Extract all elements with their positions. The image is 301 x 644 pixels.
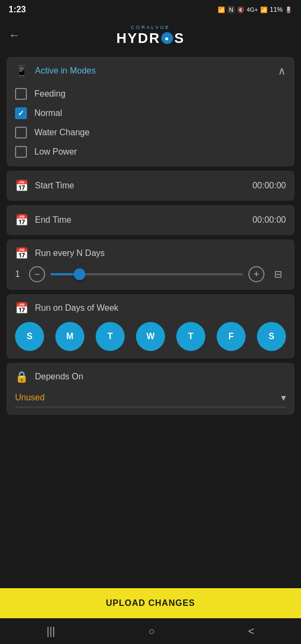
slider-thumb[interactable]: [74, 268, 85, 280]
logo-top: CORALVUE: [131, 25, 170, 30]
nav-back[interactable]: <: [248, 625, 255, 638]
day-friday[interactable]: F: [217, 322, 246, 351]
slider-track: [51, 273, 243, 275]
start-time-label: Start Time: [35, 181, 246, 191]
nav-bar: ||| ○ <: [0, 618, 301, 644]
back-button[interactable]: ←: [9, 28, 20, 42]
modes-list: Feeding Normal Water Change Low Power: [6, 85, 295, 166]
run-week-card: 📅 Run on Days of Week S M T W T F S: [6, 294, 295, 358]
depends-on-select[interactable]: Unused ▾: [15, 389, 286, 407]
checkbox-feeding[interactable]: [15, 88, 27, 100]
upload-button-label: UPLOAD CHANGES: [106, 598, 195, 608]
nav-recent-apps[interactable]: |||: [47, 625, 55, 638]
status-icons: 📶 N 🔇 4G+ 📶 11% 🪫: [218, 6, 292, 13]
day-tuesday[interactable]: T: [96, 322, 125, 351]
active-modes-header: 📱 Active in Modes ∧: [6, 57, 295, 85]
active-modes-card: 📱 Active in Modes ∧ Feeding Normal Water…: [6, 57, 295, 166]
mode-feeding[interactable]: Feeding: [15, 88, 286, 100]
mode-lowpower-label: Low Power: [34, 147, 77, 157]
depends-on-icon: 🔒: [15, 370, 28, 383]
battery-text: 11%: [270, 6, 283, 13]
day-sunday[interactable]: S: [15, 322, 44, 351]
dropdown-arrow-icon: ▾: [281, 392, 286, 404]
collapse-icon[interactable]: ∧: [278, 64, 286, 77]
mode-waterchange-label: Water Change: [34, 128, 90, 137]
depends-on-header: 🔒 Depends On: [15, 370, 286, 383]
modes-title: Active in Modes: [35, 66, 271, 76]
n-icon: N: [227, 6, 235, 13]
checkbox-normal[interactable]: [15, 107, 27, 119]
app-header: ← CORALVUE HYDR ● S: [0, 19, 301, 52]
run-n-days-header: 📅 Run every N Days: [15, 247, 286, 260]
depends-on-label: Depends On: [35, 372, 83, 382]
checkbox-lowpower[interactable]: [15, 146, 27, 158]
start-time-value: 00:00:00: [253, 181, 286, 191]
status-bar: 1:23 📶 N 🔇 4G+ 📶 11% 🪫: [0, 0, 301, 19]
sim-icon: 📶: [218, 6, 225, 13]
nav-home[interactable]: ○: [148, 625, 155, 638]
day-thursday[interactable]: T: [176, 322, 205, 351]
signal-icon: 📶: [260, 6, 268, 13]
days-row: S M T W T F S: [15, 322, 286, 351]
mute-icon: 🔇: [237, 6, 245, 13]
logo-bottom: HYDR ● S: [116, 30, 184, 47]
app-logo: CORALVUE HYDR ● S: [116, 25, 184, 47]
run-week-icon: 📅: [15, 302, 28, 314]
logo-text-hydro: HYDR: [116, 30, 160, 47]
logo-o: ●: [161, 32, 173, 44]
n-days-slider[interactable]: [51, 266, 243, 282]
run-n-days-controls: 1 − + ⊟: [15, 266, 286, 282]
depends-on-value: Unused: [15, 393, 45, 402]
decrease-button[interactable]: −: [29, 266, 45, 282]
end-time-icon: 📅: [15, 214, 28, 226]
upload-button[interactable]: UPLOAD CHANGES: [0, 588, 301, 618]
mode-normal-label: Normal: [34, 108, 62, 118]
start-time-icon: 📅: [15, 179, 28, 192]
run-n-days-icon: 📅: [15, 247, 28, 260]
run-n-days-card: 📅 Run every N Days 1 − + ⊟: [6, 239, 295, 290]
range-icon: ⊟: [270, 266, 286, 282]
depends-on-card: 🔒 Depends On Unused ▾: [6, 363, 295, 415]
logo-text-s: S: [174, 30, 184, 47]
checkbox-waterchange[interactable]: [15, 127, 27, 138]
mode-feeding-label: Feeding: [34, 89, 66, 99]
run-week-header: 📅 Run on Days of Week: [15, 302, 286, 314]
day-monday[interactable]: M: [55, 322, 84, 351]
mode-normal[interactable]: Normal: [15, 107, 286, 119]
day-saturday[interactable]: S: [257, 322, 286, 351]
end-time-value: 00:00:00: [253, 215, 286, 225]
run-week-label: Run on Days of Week: [35, 303, 118, 313]
end-time-label: End Time: [35, 215, 246, 225]
increase-button[interactable]: +: [248, 266, 264, 282]
status-time: 1:23: [9, 5, 26, 14]
mode-waterchange[interactable]: Water Change: [15, 127, 286, 138]
end-time-card[interactable]: 📅 End Time 00:00:00: [6, 205, 295, 235]
day-wednesday[interactable]: W: [136, 322, 165, 351]
network-icon: 4G+: [247, 6, 258, 13]
run-n-days-value: 1: [15, 269, 24, 279]
run-n-days-label: Run every N Days: [35, 248, 105, 258]
content-area: 📱 Active in Modes ∧ Feeding Normal Water…: [0, 52, 301, 588]
start-time-card[interactable]: 📅 Start Time 00:00:00: [6, 171, 295, 201]
battery-icon: 🪫: [285, 6, 292, 13]
mode-lowpower[interactable]: Low Power: [15, 146, 286, 158]
modes-icon: 📱: [15, 64, 28, 77]
